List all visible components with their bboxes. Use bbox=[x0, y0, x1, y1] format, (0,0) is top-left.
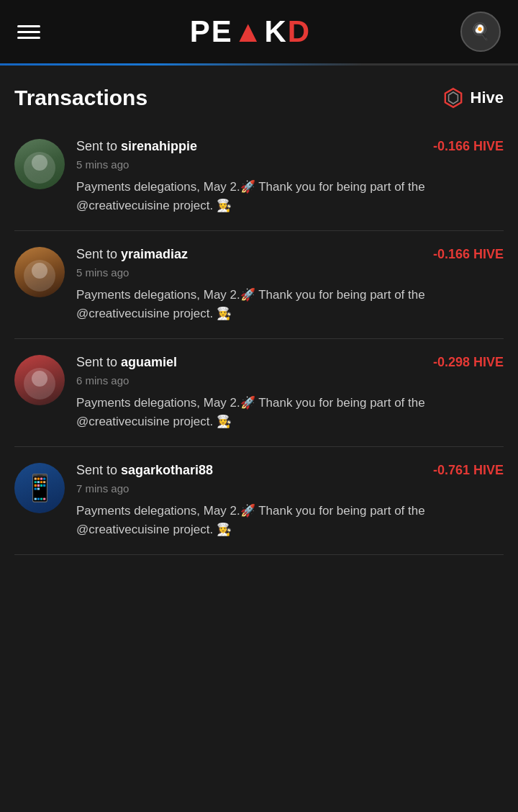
user-avatar-emoji: 🍳 bbox=[471, 22, 490, 41]
transaction-time: 5 mins ago bbox=[76, 158, 504, 171]
hive-label: Hive bbox=[471, 89, 504, 107]
main-content: Transactions Hive Sent to sirenahippie -… bbox=[0, 66, 518, 555]
transaction-amount: -0.166 HIVE bbox=[433, 139, 504, 154]
transaction-amount: -0.166 HIVE bbox=[433, 247, 504, 262]
svg-marker-1 bbox=[448, 92, 458, 104]
transaction-top-row: Sent to yraimadiaz -0.166 HIVE bbox=[76, 247, 504, 262]
recipient-name: sagarkothari88 bbox=[121, 463, 213, 477]
table-row: Sent to aguamiel -0.298 HIVE 6 mins ago … bbox=[14, 339, 504, 447]
transaction-memo: Payments delegations, May 2.🚀 Thank you … bbox=[76, 502, 504, 538]
avatar bbox=[14, 355, 65, 405]
transaction-amount: -0.298 HIVE bbox=[433, 355, 504, 370]
user-avatar[interactable]: 🍳 bbox=[460, 12, 501, 52]
transaction-time: 6 mins ago bbox=[76, 374, 504, 387]
table-row: Sent to yraimadiaz -0.166 HIVE 5 mins ag… bbox=[14, 231, 504, 339]
transaction-time: 7 mins ago bbox=[76, 482, 504, 495]
sent-label: Sent to sirenahippie bbox=[76, 139, 197, 154]
table-row: 📱 Sent to sagarkothari88 -0.761 HIVE 7 m… bbox=[14, 447, 504, 555]
recipient-name: yraimadiaz bbox=[121, 247, 188, 261]
app-logo: PE▲KD bbox=[190, 14, 311, 49]
avatar: 📱 bbox=[14, 463, 65, 513]
sent-label: Sent to yraimadiaz bbox=[76, 247, 188, 262]
svg-marker-0 bbox=[445, 89, 460, 107]
transaction-details: Sent to sagarkothari88 -0.761 HIVE 7 min… bbox=[76, 463, 504, 538]
app-header: PE▲KD 🍳 bbox=[0, 0, 518, 63]
phone-icon: 📱 bbox=[24, 473, 56, 503]
hive-logo-icon bbox=[442, 86, 465, 109]
menu-button[interactable] bbox=[17, 25, 40, 39]
logo-caret: ▲ bbox=[233, 14, 265, 48]
transaction-memo: Payments delegations, May 2.🚀 Thank you … bbox=[76, 394, 504, 430]
transaction-details: Sent to yraimadiaz -0.166 HIVE 5 mins ag… bbox=[76, 247, 504, 322]
transactions-header: Transactions Hive bbox=[14, 66, 504, 123]
hive-badge: Hive bbox=[442, 86, 504, 109]
transaction-details: Sent to sirenahippie -0.166 HIVE 5 mins … bbox=[76, 139, 504, 215]
logo-d: D bbox=[288, 14, 311, 48]
transaction-memo: Payments delegations, May 2.🚀 Thank you … bbox=[76, 178, 504, 215]
transaction-top-row: Sent to sagarkothari88 -0.761 HIVE bbox=[76, 463, 504, 478]
logo-peak: PE bbox=[190, 14, 233, 48]
transaction-top-row: Sent to sirenahippie -0.166 HIVE bbox=[76, 139, 504, 154]
logo-peak2: K bbox=[264, 14, 287, 48]
sent-label: Sent to sagarkothari88 bbox=[76, 463, 213, 478]
transaction-amount: -0.761 HIVE bbox=[433, 463, 504, 478]
page-title: Transactions bbox=[14, 86, 147, 110]
recipient-name: aguamiel bbox=[121, 355, 177, 369]
transaction-top-row: Sent to aguamiel -0.298 HIVE bbox=[76, 355, 504, 370]
transaction-list: Sent to sirenahippie -0.166 HIVE 5 mins … bbox=[14, 123, 504, 555]
avatar bbox=[14, 139, 65, 189]
recipient-name: sirenahippie bbox=[121, 139, 197, 153]
sent-label: Sent to aguamiel bbox=[76, 355, 177, 370]
table-row: Sent to sirenahippie -0.166 HIVE 5 mins … bbox=[14, 123, 504, 231]
transaction-details: Sent to aguamiel -0.298 HIVE 6 mins ago … bbox=[76, 355, 504, 430]
transaction-memo: Payments delegations, May 2.🚀 Thank you … bbox=[76, 286, 504, 322]
transaction-time: 5 mins ago bbox=[76, 266, 504, 279]
avatar bbox=[14, 247, 65, 297]
